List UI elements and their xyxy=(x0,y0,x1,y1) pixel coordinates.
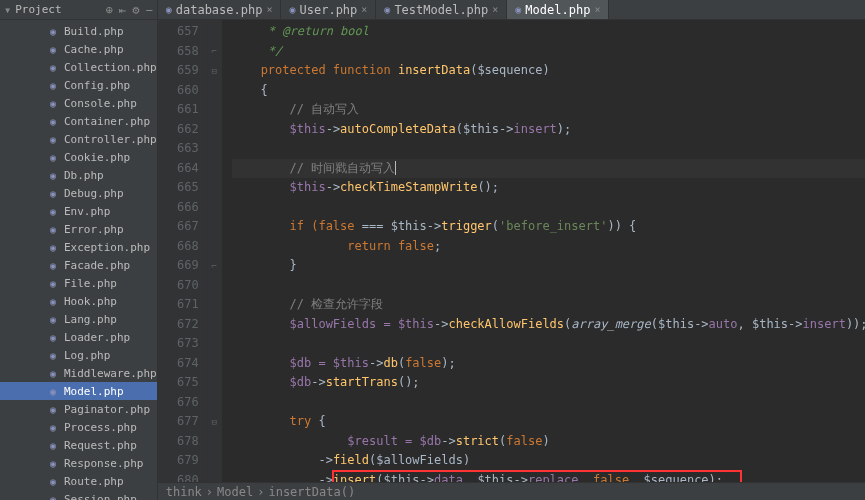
code-line[interactable]: $db = $this->db(false); xyxy=(232,354,865,374)
php-icon: ◉ xyxy=(46,24,60,38)
code-content[interactable]: * @return bool */ protected function ins… xyxy=(222,20,865,482)
gear-icon[interactable]: ⚙ xyxy=(132,3,139,17)
tab-label: User.php xyxy=(300,3,358,17)
code-line[interactable]: */ xyxy=(232,42,865,62)
php-icon: ◉ xyxy=(46,312,60,326)
php-icon: ◉ xyxy=(46,402,60,416)
tab-label: database.php xyxy=(176,3,263,17)
close-icon[interactable]: × xyxy=(361,4,367,15)
breadcrumb-item[interactable]: insertData() xyxy=(268,485,355,499)
php-icon: ◉ xyxy=(46,168,60,182)
chevron-right-icon: › xyxy=(206,485,213,499)
sidebar-title: Project xyxy=(15,3,106,16)
file-item[interactable]: ◉Session.php xyxy=(0,490,157,500)
line-numbers: 6576586596606616626636646656666676686696… xyxy=(158,20,208,482)
code-line[interactable]: if (false === $this->trigger('before_ins… xyxy=(232,217,865,237)
code-line[interactable]: return false; xyxy=(232,237,865,257)
code-line[interactable]: protected function insertData($sequence) xyxy=(232,61,865,81)
php-icon: ◉ xyxy=(46,114,60,128)
file-item[interactable]: ◉Loader.php xyxy=(0,328,157,346)
file-item[interactable]: ◉Process.php xyxy=(0,418,157,436)
breadcrumb-item[interactable]: think xyxy=(166,485,202,499)
php-icon: ◉ xyxy=(46,222,60,236)
file-item[interactable]: ◉Collection.php xyxy=(0,58,157,76)
editor-tab[interactable]: ◉TestModel.php× xyxy=(376,0,507,19)
file-item[interactable]: ◉Middleware.php xyxy=(0,364,157,382)
php-icon: ◉ xyxy=(46,456,60,470)
php-icon: ◉ xyxy=(46,348,60,362)
file-item[interactable]: ◉Response.php xyxy=(0,454,157,472)
php-icon: ◉ xyxy=(46,384,60,398)
code-line[interactable] xyxy=(232,198,865,218)
tab-label: Model.php xyxy=(525,3,590,17)
code-line[interactable] xyxy=(232,334,865,354)
file-item[interactable]: ◉Cache.php xyxy=(0,40,157,58)
file-item[interactable]: ◉Paginator.php xyxy=(0,400,157,418)
file-item[interactable]: ◉Build.php xyxy=(0,22,157,40)
code-line[interactable]: $result = $db->strict(false) xyxy=(232,432,865,452)
code-line[interactable]: $db->startTrans(); xyxy=(232,373,865,393)
php-icon: ◉ xyxy=(46,42,60,56)
code-line[interactable]: } xyxy=(232,256,865,276)
code-line[interactable]: ->insert($this->data, $this->replace, fa… xyxy=(232,471,865,483)
php-icon: ◉ xyxy=(46,96,60,110)
php-icon: ◉ xyxy=(46,204,60,218)
file-item[interactable]: ◉Controller.php xyxy=(0,130,157,148)
code-line[interactable]: // 时间戳自动写入 xyxy=(232,159,865,179)
target-icon[interactable]: ⊕ xyxy=(106,3,113,17)
code-line[interactable]: $allowFields = $this->checkAllowFields(a… xyxy=(232,315,865,335)
file-item[interactable]: ◉Cookie.php xyxy=(0,148,157,166)
tab-label: TestModel.php xyxy=(394,3,488,17)
file-item[interactable]: ◉Hook.php xyxy=(0,292,157,310)
code-line[interactable]: // 自动写入 xyxy=(232,100,865,120)
editor-tab[interactable]: ◉Model.php× xyxy=(507,0,609,19)
code-line[interactable]: * @return bool xyxy=(232,22,865,42)
php-icon: ◉ xyxy=(46,330,60,344)
file-item[interactable]: ◉Debug.php xyxy=(0,184,157,202)
breadcrumb-item[interactable]: Model xyxy=(217,485,253,499)
hide-icon[interactable]: − xyxy=(145,3,152,17)
file-item[interactable]: ◉Exception.php xyxy=(0,238,157,256)
file-item[interactable]: ◉Facade.php xyxy=(0,256,157,274)
code-line[interactable]: $this->checkTimeStampWrite(); xyxy=(232,178,865,198)
php-icon: ◉ xyxy=(289,4,295,15)
file-tree: ◉Build.php◉Cache.php◉Collection.php◉Conf… xyxy=(0,20,157,500)
code-line[interactable]: { xyxy=(232,81,865,101)
file-item[interactable]: ◉Env.php xyxy=(0,202,157,220)
breadcrumb[interactable]: think › Model › insertData() xyxy=(158,482,865,500)
code-line[interactable]: // 检查允许字段 xyxy=(232,295,865,315)
collapse-all-icon[interactable]: ⇤ xyxy=(119,3,126,17)
code-line[interactable]: try { xyxy=(232,412,865,432)
code-line[interactable] xyxy=(232,276,865,296)
code-line[interactable] xyxy=(232,139,865,159)
file-item[interactable]: ◉Model.php xyxy=(0,382,157,400)
file-item[interactable]: ◉File.php xyxy=(0,274,157,292)
code-line[interactable]: ->field($allowFields) xyxy=(232,451,865,471)
close-icon[interactable]: × xyxy=(266,4,272,15)
php-icon: ◉ xyxy=(46,474,60,488)
close-icon[interactable]: × xyxy=(492,4,498,15)
file-item[interactable]: ◉Container.php xyxy=(0,112,157,130)
php-icon: ◉ xyxy=(46,276,60,290)
php-icon: ◉ xyxy=(46,438,60,452)
file-item[interactable]: ◉Db.php xyxy=(0,166,157,184)
collapse-icon[interactable]: ▾ xyxy=(4,3,11,17)
file-item[interactable]: ◉Error.php xyxy=(0,220,157,238)
php-icon: ◉ xyxy=(46,132,60,146)
code-line[interactable] xyxy=(232,393,865,413)
file-item[interactable]: ◉Request.php xyxy=(0,436,157,454)
file-item[interactable]: ◉Log.php xyxy=(0,346,157,364)
php-icon: ◉ xyxy=(46,150,60,164)
close-icon[interactable]: × xyxy=(594,4,600,15)
php-icon: ◉ xyxy=(46,240,60,254)
code-editor[interactable]: 6576586596606616626636646656666676686696… xyxy=(158,20,865,482)
file-item[interactable]: ◉Route.php xyxy=(0,472,157,490)
code-line[interactable]: $this->autoCompleteData($this->insert); xyxy=(232,120,865,140)
php-icon: ◉ xyxy=(166,4,172,15)
file-item[interactable]: ◉Lang.php xyxy=(0,310,157,328)
editor-tab[interactable]: ◉database.php× xyxy=(158,0,282,19)
fold-column: ⌐⊟⌐⊟ xyxy=(208,20,222,482)
file-item[interactable]: ◉Config.php xyxy=(0,76,157,94)
file-item[interactable]: ◉Console.php xyxy=(0,94,157,112)
editor-tab[interactable]: ◉User.php× xyxy=(281,0,376,19)
